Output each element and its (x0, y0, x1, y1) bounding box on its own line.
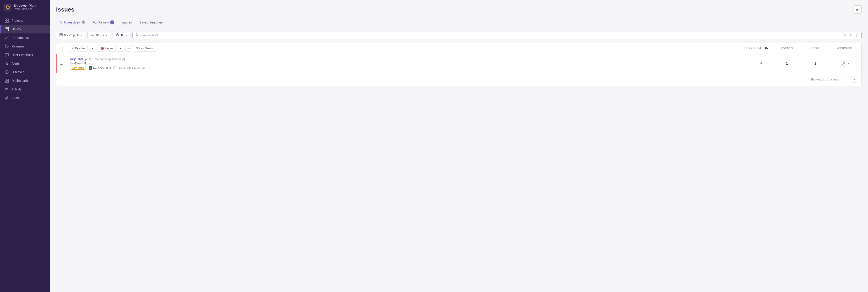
assignee-header: ASSIGNEE (833, 47, 856, 50)
discover-icon (5, 70, 9, 74)
play-icon: ▶ (857, 8, 859, 11)
ignore-button[interactable]: 🔇 Ignore (98, 45, 116, 52)
pagination-info: Showing 1 of 1 issues (810, 78, 839, 81)
mute-icon: 🔇 (101, 47, 104, 50)
table-header: ✓ Resolve ▾ 🔇 Ignore ▾ ··· ⇅ Last Seen ▾ (56, 43, 862, 54)
sidebar-item-issues[interactable]: Issues (0, 25, 50, 33)
search-more-button[interactable]: ⋮ (855, 33, 859, 37)
ignore-dropdown[interactable]: ▾ (89, 45, 96, 52)
resolve-button[interactable]: ✓ Resolve (69, 45, 88, 52)
time-filter-chevron: ▾ (126, 34, 127, 36)
graph-label: GRAPH: (745, 47, 756, 50)
graph-1h-button[interactable]: 1h (765, 47, 768, 50)
org-logo (4, 4, 11, 11)
org-info: Empower Plant Evan Purkhiser (13, 4, 36, 11)
dashboards-icon (5, 79, 9, 83)
stats-icon (5, 96, 9, 100)
search-actions: ✕ ⋮ (844, 33, 859, 37)
svg-rect-17 (5, 82, 6, 83)
time-filter[interactable]: 1H ▾ (113, 31, 130, 39)
issue-checkbox[interactable] (60, 62, 63, 65)
assignee-avatar[interactable] (841, 60, 847, 67)
svg-rect-28 (91, 34, 94, 36)
releases-icon (5, 44, 9, 48)
new-issue-badge[interactable]: New Issue (70, 66, 86, 70)
issue-assignee: ▾ (833, 60, 856, 67)
tab-ignored[interactable]: Ignored (118, 18, 135, 27)
resolve-label: Resolve (75, 47, 85, 50)
org-switcher[interactable]: Empower Plant Evan Purkhiser (0, 0, 50, 14)
svg-rect-15 (7, 79, 8, 80)
svg-rect-21 (5, 98, 6, 99)
issues-table: ✓ Resolve ▾ 🔇 Ignore ▾ ··· ⇅ Last Seen ▾ (56, 43, 862, 86)
table-header-right: GRAPH: 24h 1h EVENTS USERS ASSIGNEE (745, 47, 858, 50)
search-clear-button[interactable]: ✕ (844, 33, 847, 37)
ignore-more-dropdown[interactable]: ▾ (117, 45, 124, 52)
tab-all-unresolved-badge: 1 (81, 20, 86, 24)
alerts-icon (5, 62, 9, 66)
sidebar-item-discover-label: Discover (11, 70, 24, 74)
env-filter[interactable]: All Env ▾ (88, 31, 110, 39)
feedback-icon (5, 53, 9, 57)
select-all-checkbox[interactable] (60, 47, 63, 50)
svg-point-36 (761, 62, 762, 64)
sidebar-item-stats-label: Stats (11, 96, 19, 100)
org-name: Empower Plant (13, 4, 36, 7)
sidebar-item-alerts[interactable]: Alerts (0, 59, 50, 68)
project-name: DJANGO-46-2 (93, 66, 111, 69)
svg-point-13 (6, 72, 7, 72)
pagination-prev-button[interactable]: ‹ (842, 76, 848, 83)
sidebar: Empower Plant Evan Purkhiser Projects Is… (0, 0, 50, 292)
issues-icon (5, 27, 9, 31)
issue-users-count: 1 (806, 62, 825, 66)
tab-all-unresolved[interactable]: All Unresolved 1 (56, 18, 89, 27)
sort-button[interactable]: ⇅ Last Seen ▾ (133, 45, 156, 52)
graph-24h-button[interactable]: 24h (758, 47, 763, 50)
org-user: Evan Purkhiser (13, 7, 36, 11)
sidebar-item-activity[interactable]: Activity (0, 85, 50, 94)
pagination-next-button[interactable]: › (851, 76, 858, 83)
env-filter-label: All Env (95, 33, 104, 37)
search-pin-button[interactable] (849, 33, 853, 37)
tab-for-review-badge: 1 (110, 20, 114, 24)
sidebar-item-issues-label: Issues (11, 27, 21, 31)
table-row: KeyError poll(../../sentry/scripts/views… (56, 54, 862, 73)
page-header: Issues ▶ (56, 5, 862, 13)
sidebar-item-releases[interactable]: Releases (0, 42, 50, 51)
svg-point-10 (8, 37, 9, 37)
tab-for-review[interactable]: For Review 1 (89, 18, 118, 27)
events-header: EVENTS (777, 47, 797, 50)
svg-rect-22 (6, 97, 7, 99)
issue-error-type[interactable]: KeyError (70, 57, 84, 61)
projects-filter[interactable]: My Projects ▾ (56, 31, 85, 39)
search-input[interactable] (141, 33, 842, 37)
assignee-chevron-icon[interactable]: ▾ (848, 62, 849, 65)
more-actions-button[interactable]: ··· (125, 45, 132, 52)
play-button[interactable]: ▶ (854, 5, 862, 13)
env-filter-icon (91, 33, 94, 37)
sidebar-item-feedback-label: User Feedback (11, 53, 33, 57)
svg-rect-5 (7, 21, 8, 22)
svg-rect-4 (5, 21, 6, 22)
sidebar-item-user-feedback[interactable]: User Feedback (0, 51, 50, 59)
sidebar-item-performance[interactable]: Performance (0, 33, 50, 42)
tab-saved-searches-label: Saved Searches (140, 21, 163, 24)
sidebar-item-discover[interactable]: Discover (0, 68, 50, 76)
tab-saved-searches[interactable]: Saved Searches ▾ (136, 18, 168, 27)
projects-filter-chevron: ▾ (81, 34, 82, 36)
sidebar-item-dashboards[interactable]: Dashboards (0, 76, 50, 85)
tab-ignored-label: Ignored (121, 21, 132, 24)
time-filter-icon (116, 33, 119, 37)
projects-filter-label: My Projects (64, 33, 79, 37)
sidebar-item-alerts-label: Alerts (11, 62, 20, 65)
issue-info: KeyError poll(../../sentry/scripts/views… (69, 57, 720, 70)
mini-graph (720, 60, 768, 66)
search-icon (135, 33, 138, 37)
users-header: USERS (806, 47, 825, 50)
sidebar-nav: Projects Issues Performance Releases (0, 14, 50, 292)
content-area: Issues ▶ All Unresolved 1 For Review 1 I… (50, 0, 868, 292)
filters-bar: My Projects ▾ All Env ▾ 1H ▾ (56, 31, 862, 39)
sidebar-item-projects[interactable]: Projects (0, 16, 50, 25)
svg-rect-14 (5, 79, 6, 81)
sidebar-item-stats[interactable]: Stats (0, 94, 50, 102)
